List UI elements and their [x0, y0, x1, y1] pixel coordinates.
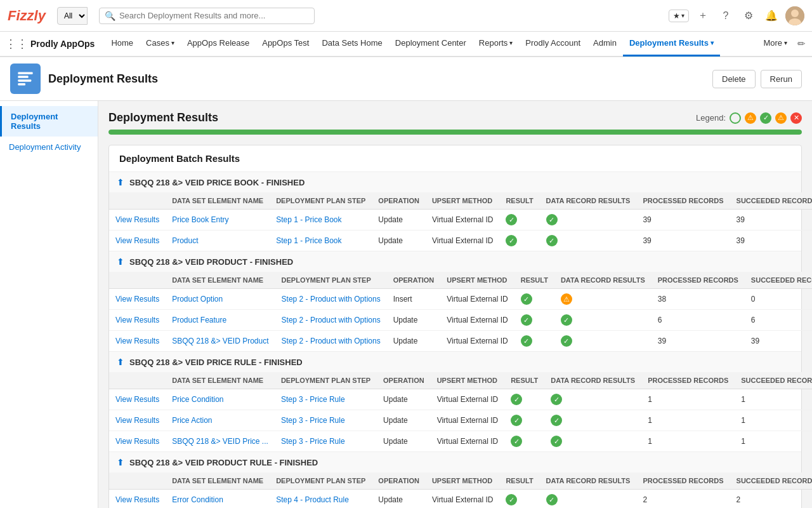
add-button[interactable]: ＋ [694, 7, 712, 25]
nav-item-datasets-home[interactable]: Data Sets Home [315, 31, 388, 57]
delete-button[interactable]: Delete [712, 70, 756, 88]
processed-cell: 1 [641, 431, 735, 452]
topbar-icons: ★ ▾ ＋ ? ⚙ 🔔 [669, 6, 804, 25]
nav-item-admin[interactable]: Admin [587, 31, 623, 57]
group-header-product-rule[interactable]: ⬆ SBQQ 218 &> VEID PRODUCT RULE - FINISH… [109, 452, 801, 472]
col-header-result: RESULT [514, 272, 554, 289]
col-header-processed: PROCESSED RECORDS [636, 472, 730, 490]
svg-rect-5 [18, 79, 31, 82]
search-filter-select[interactable]: All [57, 7, 88, 25]
element-name-link[interactable]: SBQQ 218 &> VEID Price ... [172, 437, 268, 446]
legend-warn-icon: ⚠ [745, 112, 756, 124]
col-header-succeeded: SUCCEEDED RECORDS [730, 192, 812, 210]
col-header-drr: DATA RECORD RESULTS [554, 272, 652, 289]
view-results-link[interactable]: View Results [115, 416, 159, 425]
element-name-link[interactable]: Product Feature [172, 316, 226, 324]
nav-item-deployment-results[interactable]: Deployment Results ▾ [623, 31, 720, 57]
view-results-link[interactable]: View Results [115, 337, 159, 345]
step-link[interactable]: Step 3 - Price Rule [281, 437, 345, 446]
rerun-button[interactable]: Rerun [761, 70, 802, 88]
succeeded-cell: 1 [735, 410, 812, 431]
nav-item-reports[interactable]: Reports ▾ [473, 31, 520, 57]
step-link[interactable]: Step 3 - Price Rule [281, 395, 345, 404]
table-row: View Results Price Action Step 3 - Price… [109, 410, 812, 431]
view-results-link[interactable]: View Results [115, 395, 159, 404]
processed-cell: 39 [636, 210, 730, 231]
nav-item-more[interactable]: More ▾ [757, 31, 794, 57]
table-row: View Results SBQQ 218 &> VEID Product St… [109, 331, 812, 352]
group-header-price-rule[interactable]: ⬆ SBQQ 218 &> VEID PRICE RULE - FINISHED [109, 352, 801, 372]
element-name-link[interactable]: Price Condition [172, 395, 223, 404]
main-layout: Deployment Results Deployment Activity D… [0, 101, 812, 508]
result-ok-icon: ✓ [521, 293, 532, 305]
navbar: ⋮⋮ Prodly AppOps Home Cases ▾ AppOps Rel… [0, 32, 812, 57]
nav-item-cases[interactable]: Cases ▾ [140, 31, 181, 57]
operation-cell: Update [377, 389, 431, 410]
view-results-link[interactable]: View Results [115, 495, 159, 504]
col-header-result: RESULT [504, 372, 544, 389]
nav-item-deployment-center[interactable]: Deployment Center [389, 31, 473, 57]
app-logo[interactable]: Fizzly [8, 8, 46, 24]
nav-item-home[interactable]: Home [105, 31, 140, 57]
topbar: Fizzly All 🔍 ★ ▾ ＋ ? ⚙ 🔔 [0, 0, 812, 32]
col-header-step: DEPLOYMENT PLAN STEP [270, 192, 372, 210]
collapse-icon: ⬆ [117, 457, 124, 467]
bell-icon[interactable]: 🔔 [763, 7, 780, 25]
element-name-link[interactable]: Price Action [172, 416, 212, 425]
product-table: DATA SET ELEMENT NAME DEPLOYMENT PLAN ST… [109, 272, 812, 351]
upsert-cell: Virtual External ID [426, 210, 500, 231]
gear-icon[interactable]: ⚙ [740, 7, 757, 25]
sidebar-item-deployment-activity[interactable]: Deployment Activity [0, 137, 98, 157]
step-link[interactable]: Step 2 - Product with Options [282, 316, 381, 324]
view-results-link[interactable]: View Results [115, 236, 159, 245]
help-icon[interactable]: ? [717, 7, 735, 25]
sidebar-item-deployment-results[interactable]: Deployment Results [0, 106, 98, 137]
view-results-link[interactable]: View Results [115, 316, 159, 324]
avatar[interactable] [785, 6, 804, 25]
operation-cell: Update [387, 331, 441, 352]
element-name-link[interactable]: Price Book Entry [172, 215, 228, 224]
table-row: View Results Product Option Step 2 - Pro… [109, 289, 812, 310]
operation-cell: Update [372, 490, 426, 509]
result-ok-icon: ✓ [511, 436, 522, 447]
legend-ok-icon: ✓ [760, 112, 771, 124]
legend: Legend: ⚠ ✓ ⚠ ✕ [696, 112, 802, 124]
step-link[interactable]: Step 3 - Price Rule [281, 416, 345, 425]
element-name-link[interactable]: Product Option [172, 295, 223, 304]
content-area: Deployment Results Legend: ⚠ ✓ ⚠ ✕ Deplo… [98, 101, 812, 508]
col-header-step: DEPLOYMENT PLAN STEP [275, 372, 377, 389]
app-switcher-button[interactable]: ⋮⋮ [6, 34, 27, 54]
step-link[interactable]: Step 2 - Product with Options [282, 295, 381, 304]
group-header-product[interactable]: ⬆ SBQQ 218 &> VEID PRODUCT - FINISHED [109, 251, 801, 272]
nav-item-appops-test[interactable]: AppOps Test [256, 31, 315, 57]
col-header-view [109, 372, 166, 389]
step-link[interactable]: Step 4 - Product Rule [276, 495, 349, 504]
view-results-link[interactable]: View Results [115, 215, 159, 224]
search-icon: 🔍 [105, 11, 115, 21]
group-header-text: SBQQ 218 &> VEID PRODUCT RULE - FINISHED [129, 458, 318, 467]
col-header-upsert: UPSERT METHOD [426, 472, 500, 490]
group-header-price-book[interactable]: ⬆ SBQQ 218 &> VEID PRICE BOOK - FINISHED [109, 172, 801, 192]
favorites-button[interactable]: ★ ▾ [669, 10, 689, 22]
element-name-link[interactable]: Error Condition [172, 495, 223, 504]
edit-nav-icon[interactable]: ✏ [797, 38, 806, 50]
step-link[interactable]: Step 1 - Price Book [276, 236, 341, 245]
element-name-link[interactable]: SBQQ 218 &> VEID Product [172, 337, 268, 345]
collapse-icon: ⬆ [117, 257, 124, 267]
operation-cell: Update [372, 210, 426, 231]
view-results-link[interactable]: View Results [115, 295, 159, 304]
col-header-result: RESULT [499, 472, 539, 490]
svg-rect-4 [18, 76, 28, 78]
search-input[interactable] [119, 11, 309, 20]
step-link[interactable]: Step 1 - Price Book [276, 215, 341, 224]
processed-cell: 2 [636, 490, 730, 509]
nav-item-appops-release[interactable]: AppOps Release [181, 31, 256, 57]
step-link[interactable]: Step 2 - Product with Options [282, 337, 381, 345]
nav-item-prodly-account[interactable]: Prodly Account [519, 31, 587, 57]
element-name-link[interactable]: Product [172, 236, 198, 245]
view-results-link[interactable]: View Results [115, 437, 159, 446]
page-header: Deployment Results Delete Rerun [0, 57, 812, 101]
legend-partial-icon: ⚠ [775, 112, 787, 124]
result-ok-icon: ✓ [521, 314, 532, 326]
col-header-element-name: DATA SET ELEMENT NAME [166, 472, 270, 490]
